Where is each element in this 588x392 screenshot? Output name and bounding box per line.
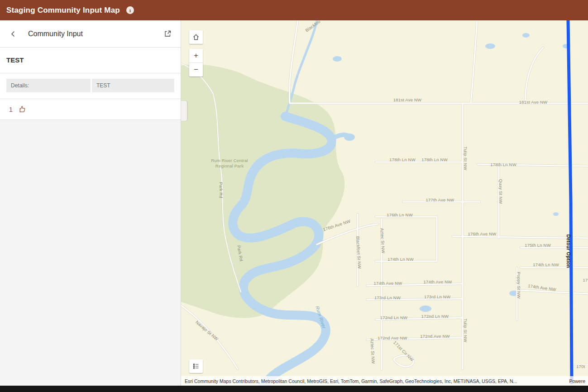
map-label: 174th Ln NW	[387, 257, 414, 262]
map-label: 176th Ave NW	[468, 231, 497, 236]
thumbs-up-icon	[19, 105, 27, 114]
ponds	[333, 33, 570, 312]
basemap: Blackfoo181st Ave NW181st Ave NW178th Ln…	[181, 20, 588, 386]
map-label: Quay St NW	[498, 179, 503, 204]
panel-header: Community Input	[0, 20, 181, 48]
map-label: 178th Ln NW	[389, 157, 416, 162]
like-row: 1	[0, 99, 181, 120]
sidebar-empty-area	[0, 120, 181, 386]
app-window: Staging Community Input Map i Community …	[0, 0, 588, 392]
legend-button[interactable]	[189, 359, 203, 373]
map-label: 174th Ave NW	[374, 281, 402, 286]
map-label: 174th Ave NW	[424, 279, 452, 284]
map-label: 177th Ave NW	[426, 197, 454, 202]
zoom-in-button[interactable]: +	[189, 49, 203, 62]
map-label: 174th Ln NW	[533, 262, 559, 267]
back-button[interactable]	[6, 27, 20, 41]
map-label: Blackfoot St NW	[355, 236, 362, 269]
map-label: 175th Ln NW	[525, 243, 551, 248]
map-label: 181st Ave NW	[519, 100, 547, 105]
map-label: Rum River Central	[211, 158, 248, 163]
powered-by-text: Powere	[569, 378, 585, 384]
feature-title: TEST	[6, 56, 24, 64]
home-button[interactable]	[189, 30, 203, 44]
details-label-cell: Details:	[6, 79, 91, 92]
map-label: 173rd Ln NW	[424, 294, 450, 299]
map-label: 170t	[576, 364, 585, 369]
map-label: 172nd Ave NW	[378, 335, 407, 340]
feature-title-row: TEST	[0, 48, 181, 73]
info-icon[interactable]: i	[126, 6, 134, 14]
bottom-black-bar	[0, 386, 588, 392]
map-label: Park Rd	[219, 182, 224, 198]
map-attribution-bar: Esri Community Maps Contributors, Metrop…	[181, 376, 588, 386]
map-label: 181st Ave NW	[393, 97, 421, 102]
panel-toggle-handle[interactable]	[181, 101, 187, 121]
map-label: 178th Ln NW	[490, 162, 516, 167]
detour-route-line[interactable]	[568, 20, 572, 382]
like-count: 1	[9, 106, 13, 113]
map-label: Regional Park	[215, 163, 244, 168]
sidebar-panel: Community Input TEST Details: TEST	[0, 20, 181, 386]
share-button[interactable]	[161, 27, 174, 41]
map-label: 173rd Ln NW	[374, 295, 401, 300]
map-label: Poppy St NW	[516, 272, 521, 298]
map-label: 176th Ln NW	[387, 212, 413, 217]
panel-title: Community Input	[28, 30, 161, 38]
thumbs-up-button[interactable]	[19, 105, 27, 114]
home-icon	[192, 33, 200, 41]
details-table: Details: TEST	[0, 73, 181, 99]
map-label: Navajo St NW	[195, 320, 220, 341]
chevron-left-icon	[10, 30, 17, 38]
map-canvas[interactable]: Blackfoo181st Ave NW181st Ave NW178th Ln…	[181, 20, 588, 386]
map-label: 178th Ln NW	[421, 157, 448, 162]
map-label: 172nd Ln NW	[380, 315, 407, 320]
app-header: Staging Community Input Map i	[0, 0, 588, 20]
share-icon	[164, 30, 172, 38]
main-content: Community Input TEST Details: TEST	[0, 20, 588, 386]
zoom-out-button[interactable]: −	[189, 63, 203, 76]
details-value-cell: TEST	[92, 79, 174, 92]
map-label: Tulip St NW	[463, 147, 468, 171]
app-title: Staging Community Input Map	[6, 6, 120, 15]
map-label: 172nd Ln NW	[421, 314, 449, 319]
map-label: Aztec St NW	[370, 339, 376, 364]
map-label: Detour Option	[566, 234, 571, 268]
map-label: Aztec St NW	[380, 228, 386, 254]
table-row: Details: TEST	[6, 79, 174, 92]
attribution-text: Esri Community Maps Contributors, Metrop…	[185, 378, 517, 384]
map-label: Tulip St NW	[463, 319, 468, 343]
map-label: Blackfoo	[304, 20, 321, 33]
legend-list-icon	[192, 363, 200, 370]
map-label: 172nd Ave NW	[420, 334, 450, 339]
map-label: 17	[583, 277, 588, 282]
zoom-controls: + −	[189, 49, 203, 76]
